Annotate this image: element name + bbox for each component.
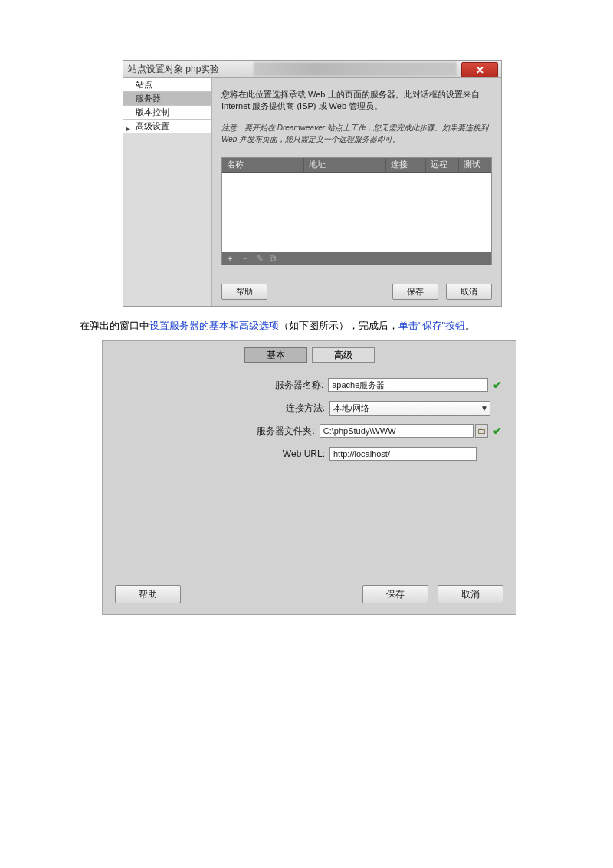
folder-icon: 🗀 — [477, 426, 486, 436]
connect-method-select[interactable]: 本地/网络 ▼ — [329, 401, 490, 416]
dialog-footer: 帮助 保存 取消 — [221, 284, 492, 300]
sidebar: 站点 服务器 版本控制 ▸ 高级设置 — [123, 78, 212, 306]
close-button[interactable]: ✕ — [461, 62, 498, 77]
sidebar-item-version-control[interactable]: 版本控制 — [123, 106, 211, 120]
dialog-footer: 帮助 保存 取消 — [115, 585, 503, 603]
dialog-main-panel: 您将在此位置选择承载 Web 上的页面的服务器。此对话框的设置来自 Intern… — [212, 78, 501, 306]
help-button[interactable]: 帮助 — [221, 284, 267, 300]
tab-bar: 基本 高级 — [103, 347, 516, 364]
sidebar-item-label: 高级设置 — [136, 121, 169, 130]
close-icon: ✕ — [476, 65, 484, 75]
cancel-button[interactable]: 取消 — [438, 585, 503, 603]
remove-server-button[interactable]: － — [241, 254, 250, 263]
caption-part1: 在弹出的窗口中 — [80, 320, 149, 331]
caption-blue2: 单击"保存"按钮 — [398, 320, 465, 331]
web-url-input[interactable] — [329, 447, 477, 461]
label-connect-method: 连接方法: — [103, 402, 329, 415]
col-header-test[interactable]: 测试 — [459, 158, 491, 172]
sidebar-item-server[interactable]: 服务器 — [123, 92, 211, 106]
note-text: 注意：要开始在 Dreamweaver 站点上工作，您无需完成此步骤。如果要连接… — [221, 122, 492, 145]
table-body-empty — [222, 173, 491, 252]
server-list-table: 名称 地址 连接 远程 测试 ＋ － ✎ ⧉ — [221, 157, 492, 265]
dialog-title: 站点设置对象 php实验 — [123, 63, 219, 76]
help-button[interactable]: 帮助 — [115, 585, 181, 603]
browse-folder-button[interactable]: 🗀 — [475, 424, 488, 438]
save-button[interactable]: 保存 — [392, 284, 438, 300]
server-name-input[interactable] — [328, 378, 488, 392]
label-web-url: Web URL: — [103, 449, 329, 459]
col-header-address[interactable]: 地址 — [304, 158, 386, 172]
select-value: 本地/网络 — [333, 403, 369, 414]
sidebar-item-label: 服务器 — [136, 94, 161, 103]
titlebar-blur-area — [254, 62, 457, 76]
sidebar-item-label: 站点 — [136, 80, 152, 89]
form-area: 服务器名称: ✔ 连接方法: 本地/网络 ▼ 服务器文件夹: 🗀 ✔ — [103, 373, 516, 465]
caption-part2: （如下图所示），完成后， — [279, 320, 398, 331]
tab-label: 基本 — [267, 349, 285, 362]
tab-advanced[interactable]: 高级 — [312, 347, 375, 363]
table-header-row: 名称 地址 连接 远程 测试 — [222, 158, 491, 173]
chevron-down-icon: ▼ — [479, 404, 490, 413]
caption-blue1: 设置服务器的基本和高级选项 — [149, 320, 279, 331]
expand-arrow-icon: ▸ — [126, 122, 130, 135]
sidebar-item-site[interactable]: 站点 — [123, 78, 211, 92]
sidebar-item-label: 版本控制 — [136, 107, 169, 117]
site-setup-dialog: 站点设置对象 php实验 ✕ 站点 服务器 版本控制 ▸ 高级设置 — [123, 60, 502, 307]
save-button[interactable]: 保存 — [362, 585, 428, 603]
col-header-name[interactable]: 名称 — [222, 158, 304, 172]
cancel-button[interactable]: 取消 — [446, 284, 492, 300]
label-server-folder: 服务器文件夹: — [103, 425, 320, 438]
caption-line: 在弹出的窗口中设置服务器的基本和高级选项（如下图所示），完成后，单击"保存"按钮… — [0, 319, 613, 333]
tab-basic[interactable]: 基本 — [244, 347, 307, 363]
description-text: 您将在此位置选择承载 Web 上的页面的服务器。此对话框的设置来自 Intern… — [221, 89, 492, 113]
list-toolbar: ＋ － ✎ ⧉ — [222, 252, 491, 265]
label-server-name: 服务器名称: — [103, 379, 328, 392]
check-icon: ✔ — [493, 379, 502, 391]
server-folder-input[interactable] — [320, 424, 474, 438]
dialog-titlebar: 站点设置对象 php实验 ✕ — [123, 61, 501, 78]
col-header-connect[interactable]: 连接 — [386, 158, 426, 172]
add-server-button[interactable]: ＋ — [225, 254, 234, 263]
sidebar-item-advanced[interactable]: ▸ 高级设置 — [123, 120, 211, 133]
edit-server-button[interactable]: ✎ — [256, 254, 264, 263]
server-settings-dialog: 基本 高级 服务器名称: ✔ 连接方法: 本地/网络 ▼ 服务器文件夹: — [102, 340, 516, 615]
col-header-remote[interactable]: 远程 — [426, 158, 459, 172]
tab-label: 高级 — [334, 349, 352, 362]
duplicate-server-button[interactable]: ⧉ — [270, 254, 277, 263]
check-icon: ✔ — [493, 425, 502, 437]
caption-part3: 。 — [465, 320, 475, 331]
